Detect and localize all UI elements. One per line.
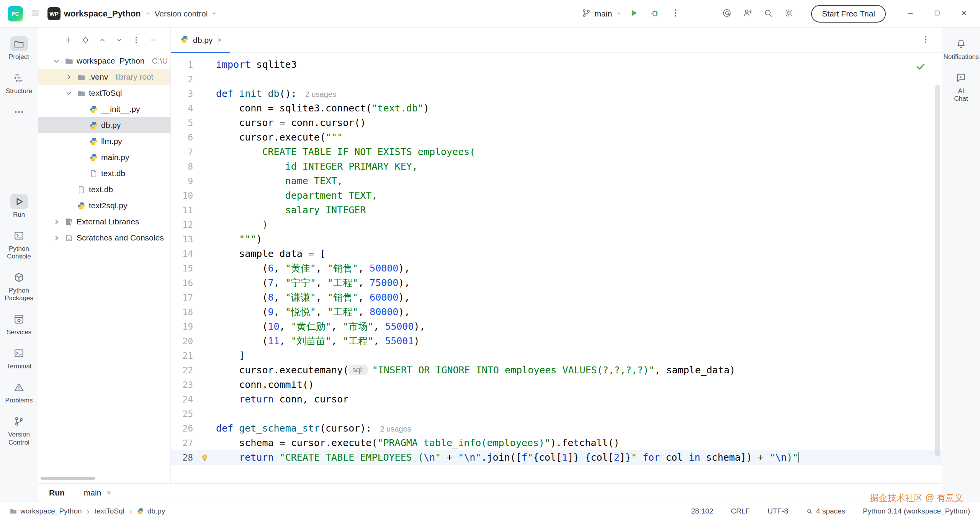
tool-button-python-packages[interactable]: PythonPackages (1, 265, 38, 307)
code-with-me-button[interactable] (739, 5, 756, 23)
locate-file-icon[interactable] (78, 33, 93, 47)
add-icon[interactable] (61, 33, 76, 47)
close-tab-icon[interactable] (217, 37, 223, 43)
inspections-ok-icon[interactable] (915, 61, 926, 74)
libraries-icon (65, 218, 73, 226)
search-everywhere-button[interactable] (760, 5, 777, 23)
run-button[interactable] (626, 5, 643, 23)
minimize-button[interactable] (902, 5, 919, 22)
run-tab-main[interactable]: main (84, 488, 112, 497)
editor-vscrollbar[interactable] (935, 85, 940, 456)
chevron-right-icon[interactable] (64, 74, 74, 80)
expand-all-icon[interactable] (95, 33, 110, 47)
code-line-27[interactable]: 27 schema = cursor.execute("PRAGMA table… (171, 436, 942, 450)
status-widget-python-3-14-workspace-python[interactable]: Python 3.14 (workspace_Python) (863, 507, 970, 515)
code-line-11[interactable]: 11 salary INTEGER (171, 203, 942, 217)
code-line-4[interactable]: 4 conn = sqlite3.connect("text.db") (171, 101, 942, 116)
breadcrumb-item-db-py[interactable]: db.py (137, 507, 165, 515)
tool-button-services[interactable]: Services (1, 307, 38, 341)
code-line-8[interactable]: 8 id INTEGER PRIMARY KEY, (171, 159, 942, 174)
tree-item-label: External Libraries (77, 217, 139, 226)
code-line-3[interactable]: 3def init_db():2 usages (171, 87, 942, 101)
tree-item-llm-py[interactable]: llm.py (38, 133, 170, 149)
tree-item-text-db[interactable]: text.db (38, 182, 170, 198)
settings-button[interactable] (780, 5, 797, 23)
code-line-9[interactable]: 9 name TEXT, (171, 174, 942, 188)
code-line-20[interactable]: 20 (11, "刘苗苗", "工程", 55001) (171, 334, 942, 348)
close-run-tab-icon[interactable] (106, 488, 112, 497)
usages-inlay-hint[interactable]: 2 usages (380, 425, 411, 433)
code-line-10[interactable]: 10 department TEXT, (171, 188, 942, 203)
status-widget-28-102[interactable]: 28:102 (691, 507, 713, 515)
vcs-menu[interactable]: Version control (155, 5, 218, 23)
more-actions-button[interactable] (667, 5, 684, 23)
code-line-7[interactable]: 7 CREATE TABLE IF NOT EXISTS employees( (171, 145, 942, 159)
chevron-right-icon[interactable] (51, 219, 61, 225)
code-editor[interactable]: 1import sqlite323def init_db():2 usages4… (171, 53, 942, 483)
code-line-2[interactable]: 2 (171, 72, 942, 87)
maximize-button[interactable] (929, 5, 946, 22)
main-menu-button[interactable] (27, 5, 44, 23)
code-line-24[interactable]: 24 return conn, cursor (171, 392, 942, 407)
code-line-18[interactable]: 18 (9, "悦悦", "工程", 80000), (171, 305, 942, 319)
breadcrumb-item-workspace-python[interactable]: workspace_Python (10, 507, 82, 515)
tree-item-db-py[interactable]: db.py (38, 117, 170, 133)
tool-button-more[interactable] (1, 100, 38, 124)
panel-more-icon[interactable] (129, 33, 143, 47)
tool-button-ai-chat[interactable]: AIChat (943, 65, 980, 107)
project-widget[interactable]: WP workspace_Python (47, 5, 151, 23)
code-line-16[interactable]: 16 (7, "宁宁", "工程", 75000), (171, 276, 942, 290)
hide-panel-icon[interactable] (146, 33, 160, 47)
code-line-23[interactable]: 23 conn.commit() (171, 378, 942, 392)
chevron-down-small-icon[interactable] (64, 90, 74, 96)
tool-button-python-console[interactable]: PythonConsole (1, 223, 38, 265)
status-widget-4-spaces[interactable]: 4 spaces (806, 507, 845, 515)
tool-button-terminal[interactable]: Terminal (1, 341, 38, 375)
code-line-17[interactable]: 17 (8, "谦谦", "销售", 60000), (171, 290, 942, 305)
code-line-14[interactable]: 14 sample_data = [ (171, 247, 942, 261)
project-hscrollbar[interactable] (41, 477, 95, 480)
tool-button-structure[interactable]: Structure (1, 65, 38, 100)
mention-button[interactable] (718, 5, 735, 23)
code-line-6[interactable]: 6 cursor.execute(""" (171, 130, 942, 145)
chevron-right-icon[interactable] (51, 235, 61, 241)
tool-button-notifications[interactable]: Notifications (943, 31, 980, 65)
tree-item-init-py[interactable]: __init__.py (38, 101, 170, 117)
intention-bulb-icon[interactable] (193, 450, 216, 465)
tool-button-run[interactable]: Run (1, 189, 38, 223)
tree-item-texttosql[interactable]: textToSql (38, 85, 170, 101)
collapse-all-icon[interactable] (112, 33, 126, 47)
debug-button[interactable] (646, 5, 663, 23)
tree-item-text-db[interactable]: text.db (38, 165, 170, 182)
start-free-trial-button[interactable]: Start Free Trial (811, 5, 886, 23)
code-line-21[interactable]: 21 ] (171, 348, 942, 363)
tool-button-project[interactable]: Project (1, 31, 38, 65)
code-line-5[interactable]: 5 cursor = conn.cursor() (171, 116, 942, 130)
code-line-19[interactable]: 19 (10, "黄仁勋", "市场", 55000), (171, 319, 942, 334)
code-line-25[interactable]: 25 (171, 407, 942, 421)
code-line-1[interactable]: 1import sqlite3 (171, 57, 942, 72)
tree-item-workspace-python[interactable]: workspace_PythonC:\U (38, 53, 170, 69)
tree-item-scratches-and-consoles[interactable]: Scratches and Consoles (38, 230, 170, 246)
code-line-26[interactable]: 26def get_schema_str(cursor):2 usages (171, 421, 942, 436)
code-line-12[interactable]: 12 ) (171, 217, 942, 232)
tab-options-icon[interactable] (921, 35, 930, 46)
code-line-13[interactable]: 13 """) (171, 232, 942, 247)
tool-button-problems[interactable]: Problems (1, 375, 38, 409)
tree-item-main-py[interactable]: main.py (38, 149, 170, 165)
tool-button-version-control[interactable]: VersionControl (1, 409, 38, 451)
code-line-28[interactable]: 28 return "CREATE TABLE EMPLOYEES (\n" +… (171, 450, 942, 465)
code-line-15[interactable]: 15 (6, "黄佳", "销售", 50000), (171, 261, 942, 276)
branch-selector[interactable]: main (581, 5, 622, 23)
breadcrumb-item-texttosql[interactable]: textToSql (95, 507, 124, 515)
tree-item-text2sql-py[interactable]: text2sql.py (38, 198, 170, 214)
status-widget-utf-8[interactable]: UTF-8 (767, 507, 788, 515)
tree-item-external-libraries[interactable]: External Libraries (38, 214, 170, 230)
chevron-down-small-icon[interactable] (51, 58, 61, 64)
close-button[interactable] (955, 5, 972, 22)
code-line-22[interactable]: 22 cursor.executemany(sql:"INSERT OR IGN… (171, 363, 942, 378)
editor-tab-db-py[interactable]: db.py (171, 28, 230, 52)
status-widget-crlf[interactable]: CRLF (731, 507, 750, 515)
tree-item-venv[interactable]: .venvlibrary root (38, 69, 170, 85)
usages-inlay-hint[interactable]: 2 usages (305, 90, 336, 98)
